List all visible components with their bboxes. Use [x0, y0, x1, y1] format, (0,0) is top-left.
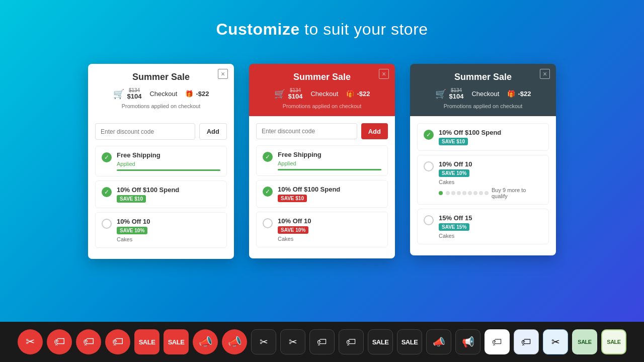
card-2-title: Summer Sale [259, 72, 385, 82]
sale-badge-black-2[interactable]: SALE [397, 329, 422, 354]
promo-10off100-3: ✓ 10% Off $100 Spend SAVE $10 [417, 123, 549, 151]
promo-badge-15-3: SAVE 15% [439, 223, 469, 231]
promo-info-1010-2: 10% Off 10 SAVE 10% Cakes [278, 217, 381, 242]
sale-badge-red-1[interactable]: SALE [134, 329, 159, 354]
savings-amount-2: -$22 [357, 90, 370, 98]
savings-3: 🎁 -$22 [507, 90, 531, 98]
add-discount-btn-1[interactable]: Add [199, 123, 227, 140]
coupon-tag-icon-red-1[interactable]: 🏷 [47, 329, 72, 354]
gift-icon-1: 🎁 [185, 90, 193, 98]
scissors-blue-icon[interactable]: ✂ [543, 329, 568, 354]
card-1-title: Summer Sale [98, 72, 224, 82]
close-button-1[interactable]: × [218, 69, 228, 79]
cards-container: × Summer Sale 🛒 $134 $104 Checkout 🎁 -$2… [88, 64, 556, 259]
promo-header-1010-3: 10% Off 10 SAVE 10% Cakes [424, 160, 542, 199]
promo-info-fs-2: Free Shipping Applied [278, 151, 381, 170]
promo-name-fs-2: Free Shipping [278, 151, 381, 158]
scissors-icon-black-1[interactable]: ✂ [251, 329, 276, 354]
promo-qualify-1010-3: Buy 9 more to qualify [439, 187, 542, 199]
new-price-2: $104 [288, 93, 303, 100]
promotions-text-2: Promotions applied on checkout [259, 103, 385, 109]
promo-info-15-3: 15% Off 15 SAVE 15% Cakes [439, 214, 542, 239]
tag-icon-black-1[interactable]: 🏷 [309, 329, 335, 354]
cart-summary-3: 🛒 $134 $104 [435, 87, 464, 100]
promo-sub-1010-1: Cakes [117, 236, 220, 242]
tag-icon-black-2[interactable]: 🏷 [339, 329, 364, 354]
discount-input-1[interactable] [95, 123, 195, 140]
checkout-label-2[interactable]: Checkout [310, 90, 338, 98]
promo-progress-fs-1 [117, 169, 220, 171]
savings-2: 🎁 -$22 [346, 90, 370, 98]
close-button-2[interactable]: × [379, 69, 389, 79]
new-price-1: $104 [127, 93, 142, 100]
promo-10off10-3: 10% Off 10 SAVE 10% Cakes [417, 155, 549, 205]
promo-name-fs-1: Free Shipping [117, 151, 220, 159]
card-2-header: × Summer Sale 🛒 $134 $104 Checkout 🎁 -$2… [249, 64, 395, 116]
qualify-text-1010-3: Buy 9 more to qualify [492, 187, 542, 199]
cart-icon-2: 🛒 [274, 88, 285, 100]
megaphone-icon-red-2[interactable]: 📣 [222, 329, 247, 354]
promo-name-1010-1: 10% Off 10 [117, 218, 220, 225]
promo-header-15-3: 15% Off 15 SAVE 15% Cakes [424, 214, 542, 239]
old-price-1: $134 [127, 87, 142, 93]
megaphone-black-1[interactable]: 📣 [426, 329, 451, 354]
header-title-bold: Customize [216, 20, 299, 38]
promo-10off100-2: ✓ 10% Off $100 Spend SAVE $10 [256, 180, 388, 208]
cart-summary-2: 🛒 $134 $104 [274, 87, 303, 100]
promo-free-shipping-1: ✓ Free Shipping Applied [95, 146, 227, 176]
sale-badge-green-2[interactable]: SALE [601, 329, 626, 354]
qualify-empty-dots [446, 191, 489, 195]
discount-input-2[interactable] [256, 123, 357, 139]
tag-icon-outline-1[interactable]: 🏷 [514, 329, 539, 354]
new-price-3: $104 [449, 93, 464, 100]
gift-icon-2: 🎁 [346, 90, 354, 98]
card-teal: × Summer Sale 🛒 $134 $104 Checkout 🎁 -$2… [410, 64, 556, 255]
tag-icon-white-1[interactable]: 🏷 [485, 329, 510, 354]
card-2-body: Add ✓ Free Shipping Applied [249, 116, 395, 258]
coupon-scissors-icon-red-1[interactable]: ✂ [18, 329, 43, 354]
promo-applied-fs-1: Applied [117, 161, 220, 167]
qualify-active-dot [439, 191, 443, 195]
card-3-body: ✓ 10% Off $100 Spend SAVE $10 10% Off 10… [410, 116, 556, 255]
savings-amount-1: -$22 [196, 90, 209, 98]
megaphone-black-2[interactable]: 📢 [455, 329, 480, 354]
card-1-header: × Summer Sale 🛒 $134 $104 Checkout 🎁 -$2… [88, 64, 234, 116]
page-header: Customize to suit your store [216, 20, 428, 39]
promo-header-fs-1: ✓ Free Shipping Applied [102, 151, 220, 171]
promo-badge-1010-3: SAVE 10% [439, 169, 469, 177]
checkout-label-3[interactable]: Checkout [471, 90, 499, 98]
discount-row-1: Add [95, 123, 227, 140]
sale-badge-red-2[interactable]: SALE [164, 329, 189, 354]
add-discount-btn-2[interactable]: Add [361, 123, 388, 139]
check-10-1: ✓ [102, 187, 112, 197]
cart-icon-3: 🛒 [435, 88, 446, 100]
promotions-text-3: Promotions applied on checkout [420, 103, 546, 109]
promo-10off10-2: 10% Off 10 SAVE 10% Cakes [256, 212, 388, 247]
check-10-3: ✓ [424, 130, 434, 140]
coupon-tag-icon-red-3[interactable]: 🏷 [105, 329, 130, 354]
card-3-title: Summer Sale [420, 72, 546, 82]
promo-15off15-3: 15% Off 15 SAVE 15% Cakes [417, 209, 549, 244]
card-red: × Summer Sale 🛒 $134 $104 Checkout 🎁 -$2… [249, 64, 395, 258]
sale-badge-green-1[interactable]: SALE [572, 329, 597, 354]
check-1010-2 [263, 218, 273, 228]
cart-prices-1: $134 $104 [127, 87, 142, 100]
discount-row-2: Add [256, 123, 388, 139]
close-button-3[interactable]: × [540, 69, 550, 79]
promo-badge-10-1: SAVE $10 [117, 195, 146, 203]
promo-name-10-3: 10% Off $100 Spend [439, 129, 542, 136]
promo-progress-fill-fs-2 [278, 169, 381, 170]
megaphone-icon-red-1[interactable]: 📣 [193, 329, 218, 354]
promo-sub-1010-2: Cakes [278, 236, 381, 242]
card-1-body: Add ✓ Free Shipping Applied [88, 116, 234, 259]
checkout-label-1[interactable]: Checkout [149, 90, 177, 98]
savings-1: 🎁 -$22 [185, 90, 209, 98]
promo-badge-1010-1: SAVE 10% [117, 227, 147, 234]
old-price-2: $134 [288, 87, 303, 93]
check-fs-2: ✓ [263, 152, 273, 162]
check-1010-3 [424, 161, 434, 171]
scissors-icon-black-2[interactable]: ✂ [280, 329, 305, 354]
gift-icon-3: 🎁 [507, 90, 515, 98]
coupon-tag-icon-red-2[interactable]: 🏷 [76, 329, 101, 354]
sale-badge-black-1[interactable]: SALE [368, 329, 393, 354]
